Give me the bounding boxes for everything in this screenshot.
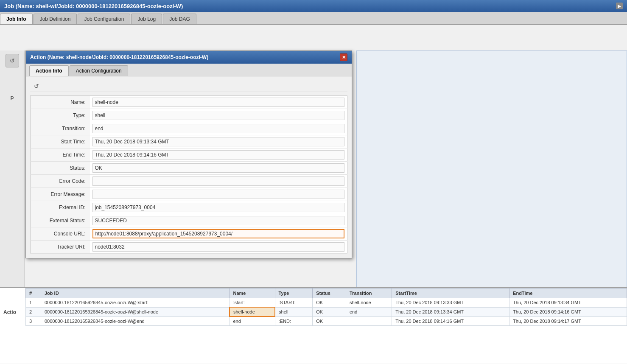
cell-type: shell bbox=[275, 307, 313, 316]
cell-type: :END: bbox=[275, 316, 313, 326]
col-header-job-id: Job ID bbox=[41, 288, 230, 298]
job-tab-bar: Job Info Job Definition Job Configuratio… bbox=[0, 12, 627, 25]
value-start-time[interactable] bbox=[92, 137, 345, 146]
maximize-icon[interactable]: ▶ bbox=[616, 3, 623, 9]
refresh-icon-left[interactable]: ↺ bbox=[6, 54, 19, 67]
cell-start-time: Thu, 20 Dec 2018 09:13:33 GMT bbox=[392, 298, 509, 308]
action-label: Actio bbox=[3, 309, 16, 315]
tab-job-dag[interactable]: Job DAG bbox=[163, 14, 196, 24]
label-error-code: Error Code: bbox=[31, 175, 90, 188]
label-console-url: Console URL: bbox=[31, 227, 90, 241]
col-header-num: # bbox=[26, 288, 41, 298]
field-name: Name: bbox=[31, 96, 347, 109]
cell-end-time: Thu, 20 Dec 2018 09:14:16 GMT bbox=[509, 307, 627, 316]
cell-name: end bbox=[230, 316, 275, 326]
cell-job-id: 0000000-181220165926845-oozie-oozi-W@end bbox=[41, 316, 230, 326]
label-start-time: Start Time: bbox=[31, 135, 90, 148]
table-row[interactable]: 3 0000000-181220165926845-oozie-oozi-W@e… bbox=[26, 316, 627, 326]
field-console-url: Console URL: bbox=[31, 227, 347, 241]
label-status: Status: bbox=[31, 162, 90, 175]
close-button[interactable]: ✕ bbox=[340, 53, 347, 61]
field-type: Type: bbox=[31, 109, 347, 122]
cell-num: 1 bbox=[26, 298, 41, 308]
cell-job-id: 0000000-181220165926845-oozie-oozi-W@she… bbox=[41, 307, 230, 316]
tab-job-info[interactable]: Job Info bbox=[0, 14, 33, 24]
tab-job-log[interactable]: Job Log bbox=[131, 14, 162, 24]
dialog-toolbar: ↺ bbox=[30, 81, 347, 92]
right-panel-bg bbox=[356, 50, 627, 287]
tab-job-configuration[interactable]: Job Configuration bbox=[78, 14, 130, 24]
bottom-table-container: Actio # Job ID Name Type Status Transiti… bbox=[0, 287, 627, 364]
label-type: Type: bbox=[31, 109, 90, 122]
label-name: Name: bbox=[31, 96, 90, 109]
tab-job-definition[interactable]: Job Definition bbox=[34, 14, 77, 24]
cell-end-time: Thu, 20 Dec 2018 09:13:34 GMT bbox=[509, 298, 627, 308]
main-window: Job (Name: shell-wf/JobId: 0000000-18122… bbox=[0, 0, 627, 364]
cell-status: OK bbox=[313, 316, 346, 326]
value-tracker-uri[interactable] bbox=[92, 242, 345, 252]
tab-action-configuration[interactable]: Action Configuration bbox=[70, 65, 128, 76]
field-start-time: Start Time: bbox=[31, 135, 347, 148]
value-type[interactable] bbox=[92, 111, 345, 120]
label-transition: Transition: bbox=[31, 122, 90, 135]
col-header-start-time: StartTime bbox=[392, 288, 509, 298]
cell-name: :start: bbox=[230, 298, 275, 308]
field-status: Status: bbox=[31, 162, 347, 175]
label-error-message: Error Message: bbox=[31, 188, 90, 201]
value-external-status[interactable] bbox=[92, 216, 345, 225]
label-end-time: End Time: bbox=[31, 148, 90, 162]
main-window-title: Job (Name: shell-wf/JobId: 0000000-18122… bbox=[4, 3, 183, 9]
label-p: P bbox=[10, 95, 14, 101]
value-status[interactable] bbox=[92, 163, 345, 173]
value-error-message[interactable] bbox=[92, 190, 345, 199]
cell-end-time: Thu, 20 Dec 2018 09:14:17 GMT bbox=[509, 316, 627, 326]
actions-table: # Job ID Name Type Status Transition Sta… bbox=[25, 288, 627, 326]
value-end-time[interactable] bbox=[92, 150, 345, 160]
dialog-content: ↺ Name: Type: bbox=[26, 76, 352, 258]
label-external-id: External ID: bbox=[31, 201, 90, 214]
cell-transition: end bbox=[346, 307, 392, 316]
value-transition[interactable] bbox=[92, 124, 345, 133]
dialog-title-bar: Action (Name: shell-node/JobId: 0000000-… bbox=[26, 51, 352, 64]
value-error-code[interactable] bbox=[92, 176, 345, 186]
table-row[interactable]: 1 0000000-181220165926845-oozie-oozi-W@:… bbox=[26, 298, 627, 308]
cell-num: 3 bbox=[26, 316, 41, 326]
value-console-url[interactable] bbox=[92, 229, 345, 238]
col-header-name: Name bbox=[230, 288, 275, 298]
content-area: ↺ P P L Action (Name: shell-node/JobId: … bbox=[0, 25, 627, 364]
dialog-title: Action (Name: shell-node/JobId: 0000000-… bbox=[30, 54, 208, 60]
field-external-id: External ID: bbox=[31, 201, 347, 214]
refresh-button[interactable]: ↺ bbox=[33, 82, 40, 90]
action-info-form: Name: Type: Transition: bbox=[30, 95, 347, 254]
title-bar: Job (Name: shell-wf/JobId: 0000000-18122… bbox=[0, 0, 627, 12]
value-name[interactable] bbox=[92, 98, 345, 107]
cell-status: OK bbox=[313, 298, 346, 308]
value-external-id[interactable] bbox=[92, 203, 345, 212]
field-error-code: Error Code: bbox=[31, 175, 347, 188]
label-tracker-uri: Tracker URI: bbox=[31, 241, 90, 254]
cell-type: :START: bbox=[275, 298, 313, 308]
cell-start-time: Thu, 20 Dec 2018 09:13:34 GMT bbox=[392, 307, 509, 316]
dialog-tab-bar: Action Info Action Configuration bbox=[26, 64, 352, 76]
field-external-status: External Status: bbox=[31, 214, 347, 227]
col-header-type: Type bbox=[275, 288, 313, 298]
action-dialog: Action (Name: shell-node/JobId: 0000000-… bbox=[25, 50, 352, 258]
field-transition: Transition: bbox=[31, 122, 347, 135]
field-end-time: End Time: bbox=[31, 148, 347, 162]
col-header-status: Status bbox=[313, 288, 346, 298]
col-header-transition: Transition bbox=[346, 288, 392, 298]
cell-transition bbox=[346, 316, 392, 326]
cell-status: OK bbox=[313, 307, 346, 316]
table-header-row: # Job ID Name Type Status Transition Sta… bbox=[26, 288, 627, 298]
cell-start-time: Thu, 20 Dec 2018 09:14:16 GMT bbox=[392, 316, 509, 326]
field-error-message: Error Message: bbox=[31, 188, 347, 201]
tab-action-info[interactable]: Action Info bbox=[29, 65, 69, 76]
cell-job-id: 0000000-181220165926845-oozie-oozi-W@:st… bbox=[41, 298, 230, 308]
field-tracker-uri: Tracker URI: bbox=[31, 241, 347, 254]
cell-num: 2 bbox=[26, 307, 41, 316]
cell-transition: shell-node bbox=[346, 298, 392, 308]
left-panel: ↺ P bbox=[0, 50, 25, 287]
label-external-status: External Status: bbox=[31, 214, 90, 227]
table-row[interactable]: 2 0000000-181220165926845-oozie-oozi-W@s… bbox=[26, 307, 627, 316]
col-header-end-time: EndTime bbox=[509, 288, 627, 298]
